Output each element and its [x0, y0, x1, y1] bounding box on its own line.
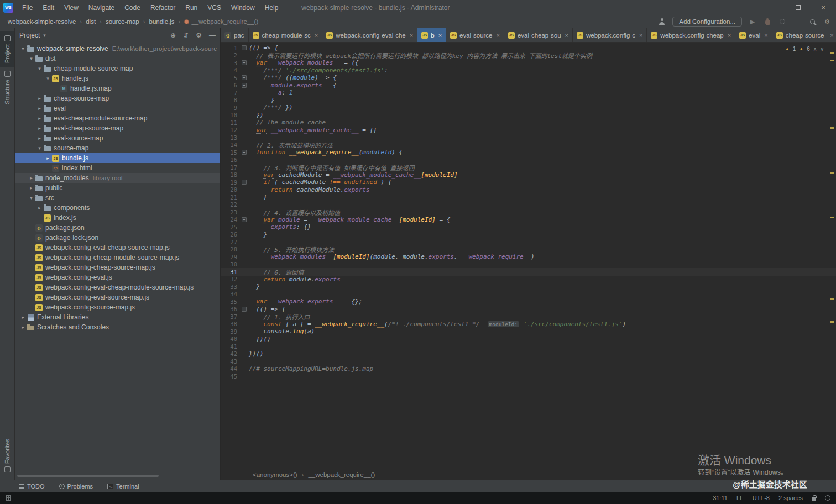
line-number[interactable]: 8 [221, 97, 239, 103]
vcs-user-icon[interactable] [657, 17, 666, 26]
tab-close-icon[interactable]: × [764, 32, 767, 39]
breadcrumb-item[interactable]: bundle.js [149, 18, 175, 25]
editor-tab[interactable]: JSeval-source× [446, 28, 504, 42]
line-number[interactable]: 24 [221, 216, 239, 223]
tool-stripe-favorites[interactable]: Favorites [0, 435, 14, 476]
line-number[interactable]: 35 [221, 298, 239, 305]
line-number[interactable]: 36 [221, 306, 239, 312]
line-number[interactable]: 16 [221, 156, 239, 163]
menu-item-window[interactable]: Window [227, 2, 259, 14]
line-number[interactable]: 31 [221, 269, 239, 275]
line-number[interactable]: 27 [221, 239, 239, 245]
tree-item[interactable]: ▾src [15, 193, 220, 203]
editor-breadcrumb-item[interactable]: __webpack_require__() [308, 471, 375, 478]
menu-item-refactor[interactable]: Refactor [146, 2, 180, 14]
tree-item[interactable]: JSwebpack.config-cheap-module-source-map… [15, 253, 220, 262]
error-stripe-mark[interactable] [830, 127, 834, 129]
expand-arrow-icon[interactable]: ▸ [19, 314, 27, 320]
tree-item[interactable]: ▸public [15, 183, 220, 193]
expand-arrow-icon[interactable]: ▸ [36, 205, 43, 211]
error-stripe-mark[interactable] [830, 53, 834, 54]
line-number[interactable]: 33 [221, 284, 239, 290]
breadcrumb-item[interactable]: webpack-simple-resolve [8, 18, 76, 25]
line-number[interactable]: 4 [221, 67, 239, 74]
breadcrumb-item[interactable]: __webpack_require__() [184, 18, 258, 25]
toolwindow-switcher-icon[interactable] [6, 495, 11, 501]
coverage-button[interactable] [793, 17, 802, 26]
expand-arrow-icon[interactable]: ▸ [28, 185, 35, 191]
expand-arrow-icon[interactable]: ▸ [36, 125, 43, 131]
fold-marker-icon[interactable]: − [239, 150, 249, 155]
line-number[interactable]: 44 [221, 365, 239, 372]
fold-marker-icon[interactable]: − [239, 45, 249, 50]
tree-item[interactable]: ▸eval-source-map [15, 133, 220, 143]
expand-arrow-icon[interactable]: ▸ [19, 324, 27, 330]
fold-marker-icon[interactable]: − [239, 60, 249, 65]
line-number[interactable]: 13 [221, 134, 239, 141]
tool-stripe-project[interactable]: Project [0, 32, 14, 67]
line-number[interactable]: 40 [221, 335, 239, 342]
tree-item[interactable]: ▸eval-cheap-source-map [15, 123, 220, 133]
expand-arrow-icon[interactable]: ▸ [36, 96, 43, 101]
project-horizontal-scrollbar[interactable] [17, 475, 159, 477]
tool-stripe-structure[interactable]: Structure [0, 67, 14, 108]
error-stripe-mark[interactable] [830, 217, 834, 218]
close-button[interactable]: × [811, 0, 836, 15]
line-number[interactable]: 37 [221, 313, 239, 320]
editor-tab[interactable]: JSwebpack.config-cheap× [647, 28, 735, 42]
tree-item[interactable]: ▾cheap-module-source-map [15, 64, 220, 74]
status-cursor-position[interactable]: 31:11 [713, 495, 728, 501]
expand-arrow-icon[interactable]: ▾ [36, 145, 43, 151]
next-problem-button[interactable]: ∨ [820, 46, 824, 52]
tree-item[interactable]: ▸Scratches and Consoles [15, 322, 220, 332]
line-number[interactable]: 19 [221, 179, 239, 186]
line-number[interactable]: 6 [221, 82, 239, 88]
line-number[interactable]: 21 [221, 194, 239, 201]
settings-button[interactable]: ⚙ [823, 17, 832, 26]
warning-count[interactable]: 1 [793, 46, 796, 52]
editor-tab[interactable]: JSwebpack.config-eval-che× [322, 28, 417, 42]
line-number[interactable]: 7 [221, 90, 239, 96]
menu-item-vcs[interactable]: VCS [203, 2, 226, 14]
error-stripe-mark[interactable] [830, 172, 834, 174]
tree-item[interactable]: JSwebpack.config-eval.js [15, 272, 220, 282]
expand-arrow-icon[interactable]: ▾ [28, 56, 35, 61]
error-stripe-mark[interactable] [830, 60, 834, 61]
tree-item[interactable]: <>index.html [15, 163, 220, 173]
project-view-dropdown-icon[interactable]: ▾ [43, 33, 46, 38]
tab-close-icon[interactable]: × [830, 32, 833, 39]
notification-icon[interactable] [825, 495, 830, 501]
line-number[interactable]: 14 [221, 141, 239, 148]
editor-tab[interactable]: JSeval-cheap-sou× [504, 28, 573, 42]
fold-marker-icon[interactable]: − [239, 307, 249, 312]
tree-item[interactable]: JSwebpack.config-eval-cheap-module-sourc… [15, 282, 220, 292]
tab-close-icon[interactable]: × [497, 32, 500, 39]
line-number[interactable]: 17 [221, 164, 239, 171]
tree-item[interactable]: JSwebpack.config-eval-source-map.js [15, 292, 220, 302]
hide-panel-button[interactable]: — [209, 32, 216, 39]
expand-arrow-icon[interactable]: ▸ [28, 175, 35, 181]
toolwindow-button-todo[interactable]: TODO [19, 483, 45, 490]
tree-item[interactable]: ▾webpack-simple-resolveE:\work\other_pro… [15, 44, 220, 54]
line-number[interactable]: 2 [221, 52, 239, 59]
profiler-button[interactable] [778, 17, 787, 26]
search-everywhere-button[interactable] [808, 17, 817, 26]
line-number[interactable]: 26 [221, 231, 239, 238]
tree-item[interactable]: JSindex.js [15, 213, 220, 223]
tree-item[interactable]: ▸cheap-source-map [15, 93, 220, 103]
tree-item[interactable]: {}package-lock.json [15, 233, 220, 243]
line-number[interactable]: 38 [221, 321, 239, 327]
editor-tab[interactable]: JSeval× [735, 28, 772, 42]
line-number[interactable]: 42 [221, 350, 239, 357]
fold-marker-icon[interactable]: − [239, 180, 249, 185]
menu-item-code[interactable]: Code [120, 2, 145, 14]
expand-arrow-icon[interactable]: ▾ [19, 46, 27, 51]
line-number[interactable]: 20 [221, 186, 239, 193]
breadcrumb-item[interactable]: dist [86, 18, 96, 25]
tree-item[interactable]: ▸node_moduleslibrary root [15, 173, 220, 183]
toolwindow-button-terminal[interactable]: >_Terminal [107, 483, 139, 490]
tree-item[interactable]: JSwebpack.config-cheap-source-map.js [15, 262, 220, 272]
line-number[interactable]: 15 [221, 149, 239, 156]
line-number[interactable]: 28 [221, 246, 239, 253]
menu-item-help[interactable]: Help [260, 2, 283, 14]
